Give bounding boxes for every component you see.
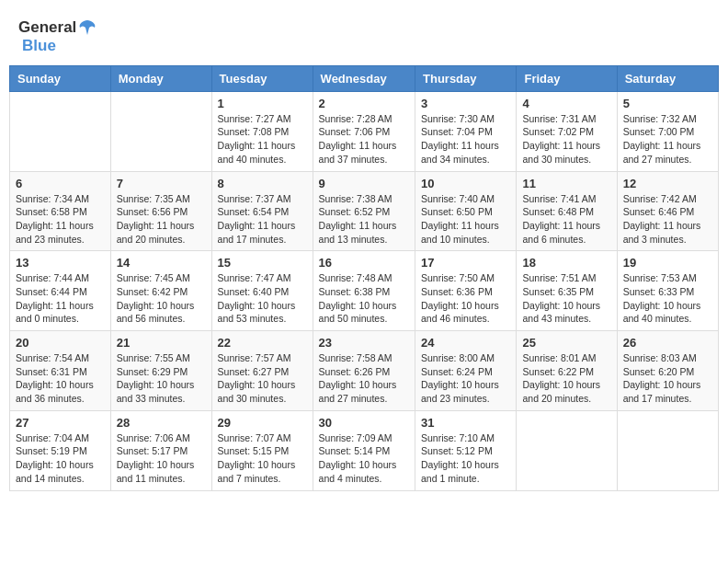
day-number: 4: [522, 97, 610, 110]
day-number: 3: [421, 97, 510, 110]
day-header-tuesday: Tuesday: [211, 65, 313, 91]
day-number: 5: [623, 97, 712, 110]
calendar-cell: [617, 410, 718, 490]
page-header: General Blue: [9, 9, 719, 61]
day-number: 22: [218, 336, 307, 350]
day-info: Sunrise: 8:00 AM Sunset: 6:24 PM Dayligh…: [421, 351, 510, 406]
day-number: 2: [319, 97, 409, 110]
day-info: Sunrise: 7:04 AM Sunset: 5:19 PM Dayligh…: [16, 431, 105, 486]
day-number: 14: [117, 256, 206, 270]
calendar-cell: 15Sunrise: 7:47 AM Sunset: 6:40 PM Dayli…: [211, 251, 313, 331]
calendar-cell: 2Sunrise: 7:28 AM Sunset: 7:06 PM Daylig…: [313, 91, 415, 171]
day-number: 18: [522, 256, 610, 270]
day-number: 30: [319, 416, 409, 430]
calendar-cell: 7Sunrise: 7:35 AM Sunset: 6:56 PM Daylig…: [110, 171, 211, 251]
calendar-header-row: SundayMondayTuesdayWednesdayThursdayFrid…: [10, 65, 719, 91]
calendar-cell: 22Sunrise: 7:57 AM Sunset: 6:27 PM Dayli…: [211, 331, 313, 411]
calendar-cell: 24Sunrise: 8:00 AM Sunset: 6:24 PM Dayli…: [415, 331, 517, 411]
day-number: 23: [319, 336, 409, 350]
calendar-cell: 13Sunrise: 7:44 AM Sunset: 6:44 PM Dayli…: [10, 251, 111, 331]
day-info: Sunrise: 7:54 AM Sunset: 6:31 PM Dayligh…: [16, 351, 105, 406]
day-info: Sunrise: 7:45 AM Sunset: 6:42 PM Dayligh…: [117, 271, 206, 326]
calendar-cell: [10, 91, 111, 171]
day-info: Sunrise: 7:40 AM Sunset: 6:50 PM Dayligh…: [421, 192, 510, 247]
calendar-cell: 29Sunrise: 7:07 AM Sunset: 5:15 PM Dayli…: [211, 410, 313, 490]
calendar-cell: 12Sunrise: 7:42 AM Sunset: 6:46 PM Dayli…: [617, 171, 718, 251]
day-info: Sunrise: 7:50 AM Sunset: 6:36 PM Dayligh…: [421, 271, 510, 326]
day-number: 27: [16, 416, 105, 430]
day-info: Sunrise: 7:48 AM Sunset: 6:38 PM Dayligh…: [319, 271, 409, 326]
day-header-wednesday: Wednesday: [313, 65, 415, 91]
day-header-friday: Friday: [517, 65, 617, 91]
calendar-cell: 31Sunrise: 7:10 AM Sunset: 5:12 PM Dayli…: [415, 410, 517, 490]
calendar-cell: 26Sunrise: 8:03 AM Sunset: 6:20 PM Dayli…: [617, 331, 718, 411]
day-number: 13: [16, 256, 105, 270]
logo: General Blue: [18, 18, 97, 56]
calendar-cell: 17Sunrise: 7:50 AM Sunset: 6:36 PM Dayli…: [415, 251, 517, 331]
day-number: 16: [319, 256, 409, 270]
day-number: 21: [117, 336, 206, 350]
calendar-cell: 3Sunrise: 7:30 AM Sunset: 7:04 PM Daylig…: [415, 91, 517, 171]
calendar-table: SundayMondayTuesdayWednesdayThursdayFrid…: [9, 65, 719, 491]
day-header-monday: Monday: [110, 65, 211, 91]
day-header-sunday: Sunday: [10, 65, 111, 91]
day-info: Sunrise: 7:10 AM Sunset: 5:12 PM Dayligh…: [421, 431, 510, 486]
calendar-cell: 4Sunrise: 7:31 AM Sunset: 7:02 PM Daylig…: [517, 91, 617, 171]
day-info: Sunrise: 7:57 AM Sunset: 6:27 PM Dayligh…: [218, 351, 307, 406]
day-number: 10: [421, 177, 510, 190]
day-number: 8: [218, 177, 307, 190]
day-number: 15: [218, 256, 307, 270]
logo-blue-text: Blue: [22, 37, 56, 55]
calendar-cell: [517, 410, 617, 490]
day-info: Sunrise: 7:44 AM Sunset: 6:44 PM Dayligh…: [16, 271, 105, 326]
logo-container: General Blue: [18, 18, 97, 56]
day-header-saturday: Saturday: [617, 65, 718, 91]
day-number: 19: [623, 256, 712, 270]
day-number: 12: [623, 177, 712, 190]
day-info: Sunrise: 7:28 AM Sunset: 7:06 PM Dayligh…: [319, 112, 409, 167]
calendar-cell: 20Sunrise: 7:54 AM Sunset: 6:31 PM Dayli…: [10, 331, 111, 411]
day-number: 25: [522, 336, 610, 350]
day-info: Sunrise: 7:27 AM Sunset: 7:08 PM Dayligh…: [218, 112, 307, 167]
day-number: 28: [117, 416, 206, 430]
day-number: 26: [623, 336, 712, 350]
day-info: Sunrise: 7:32 AM Sunset: 7:00 PM Dayligh…: [623, 112, 712, 167]
calendar-cell: 5Sunrise: 7:32 AM Sunset: 7:00 PM Daylig…: [617, 91, 718, 171]
calendar-cell: 16Sunrise: 7:48 AM Sunset: 6:38 PM Dayli…: [313, 251, 415, 331]
calendar-cell: 11Sunrise: 7:41 AM Sunset: 6:48 PM Dayli…: [517, 171, 617, 251]
day-info: Sunrise: 7:38 AM Sunset: 6:52 PM Dayligh…: [319, 192, 409, 247]
calendar-week-row: 1Sunrise: 7:27 AM Sunset: 7:08 PM Daylig…: [10, 91, 719, 171]
calendar-week-row: 27Sunrise: 7:04 AM Sunset: 5:19 PM Dayli…: [10, 410, 719, 490]
calendar-week-row: 20Sunrise: 7:54 AM Sunset: 6:31 PM Dayli…: [10, 331, 719, 411]
day-info: Sunrise: 7:55 AM Sunset: 6:29 PM Dayligh…: [117, 351, 206, 406]
day-info: Sunrise: 7:53 AM Sunset: 6:33 PM Dayligh…: [623, 271, 712, 326]
calendar-cell: 27Sunrise: 7:04 AM Sunset: 5:19 PM Dayli…: [10, 410, 111, 490]
day-info: Sunrise: 8:01 AM Sunset: 6:22 PM Dayligh…: [522, 351, 610, 406]
calendar-cell: [110, 91, 211, 171]
day-number: 6: [16, 177, 105, 190]
day-info: Sunrise: 7:34 AM Sunset: 6:58 PM Dayligh…: [16, 192, 105, 247]
day-number: 7: [117, 177, 206, 190]
calendar-cell: 19Sunrise: 7:53 AM Sunset: 6:33 PM Dayli…: [617, 251, 718, 331]
calendar-cell: 14Sunrise: 7:45 AM Sunset: 6:42 PM Dayli…: [110, 251, 211, 331]
calendar-cell: 18Sunrise: 7:51 AM Sunset: 6:35 PM Dayli…: [517, 251, 617, 331]
logo-general-text: General: [18, 18, 76, 37]
day-number: 31: [421, 416, 510, 430]
calendar-cell: 9Sunrise: 7:38 AM Sunset: 6:52 PM Daylig…: [313, 171, 415, 251]
calendar-cell: 8Sunrise: 7:37 AM Sunset: 6:54 PM Daylig…: [211, 171, 313, 251]
day-info: Sunrise: 7:06 AM Sunset: 5:17 PM Dayligh…: [117, 431, 206, 486]
calendar-cell: 21Sunrise: 7:55 AM Sunset: 6:29 PM Dayli…: [110, 331, 211, 411]
calendar-cell: 23Sunrise: 7:58 AM Sunset: 6:26 PM Dayli…: [313, 331, 415, 411]
day-info: Sunrise: 7:42 AM Sunset: 6:46 PM Dayligh…: [623, 192, 712, 247]
day-number: 20: [16, 336, 105, 350]
day-number: 9: [319, 177, 409, 190]
day-info: Sunrise: 7:58 AM Sunset: 6:26 PM Dayligh…: [319, 351, 409, 406]
calendar-cell: 28Sunrise: 7:06 AM Sunset: 5:17 PM Dayli…: [110, 410, 211, 490]
day-info: Sunrise: 7:47 AM Sunset: 6:40 PM Dayligh…: [218, 271, 307, 326]
day-info: Sunrise: 7:30 AM Sunset: 7:04 PM Dayligh…: [421, 112, 510, 167]
calendar-cell: 6Sunrise: 7:34 AM Sunset: 6:58 PM Daylig…: [10, 171, 111, 251]
calendar-cell: 1Sunrise: 7:27 AM Sunset: 7:08 PM Daylig…: [211, 91, 313, 171]
day-info: Sunrise: 7:09 AM Sunset: 5:14 PM Dayligh…: [319, 431, 409, 486]
calendar-week-row: 13Sunrise: 7:44 AM Sunset: 6:44 PM Dayli…: [10, 251, 719, 331]
day-info: Sunrise: 7:07 AM Sunset: 5:15 PM Dayligh…: [218, 431, 307, 486]
